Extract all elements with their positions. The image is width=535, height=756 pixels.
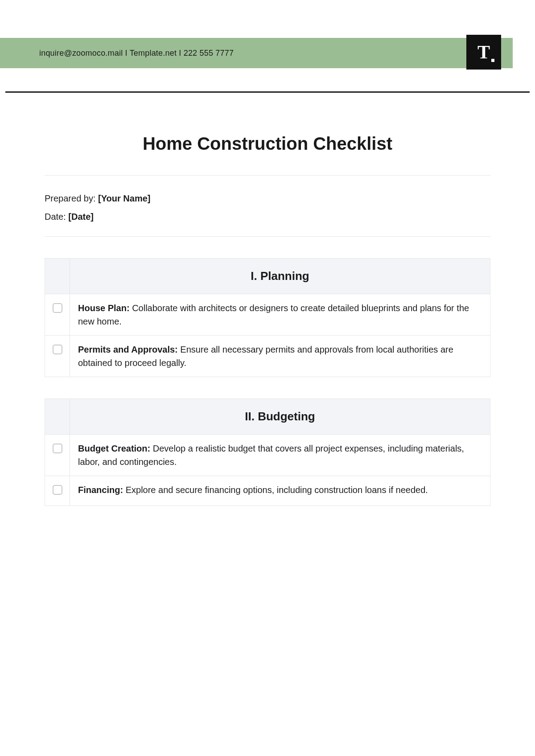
checklist-item: Financing: Explore and secure financing …	[70, 476, 490, 506]
header-bar: inquire@zoomoco.mail I Template.net I 22…	[0, 38, 513, 68]
date-label: Date:	[45, 212, 68, 222]
section-budgeting: II. Budgeting Budget Creation: Develop a…	[45, 399, 490, 506]
date-value[interactable]: [Date]	[68, 212, 94, 222]
checklist-item: Budget Creation: Develop a realistic bud…	[70, 435, 490, 476]
document-title: Home Construction Checklist	[45, 134, 490, 154]
prepared-by-value[interactable]: [Your Name]	[98, 193, 150, 203]
checklist-item: House Plan: Collaborate with architects …	[70, 294, 490, 336]
divider	[45, 236, 490, 237]
checklist-item: Permits and Approvals: Ensure all necess…	[70, 336, 490, 377]
section-heading: II. Budgeting	[70, 399, 490, 435]
section-heading: I. Planning	[70, 259, 490, 294]
checklist-row: House Plan: Collaborate with architects …	[45, 294, 490, 336]
item-label: Permits and Approvals:	[78, 345, 178, 354]
document-content: Home Construction Checklist Prepared by:…	[45, 134, 490, 506]
prepared-by-label: Prepared by:	[45, 193, 98, 203]
top-horizontal-rule	[5, 91, 530, 93]
checkbox-column-head	[45, 399, 70, 435]
prepared-by-line: Prepared by: [Your Name]	[45, 193, 490, 204]
item-label: Financing:	[78, 485, 123, 495]
date-line: Date: [Date]	[45, 212, 490, 222]
checklist-row: Financing: Explore and secure financing …	[45, 476, 490, 506]
item-text: Collaborate with architects or designers…	[78, 303, 469, 326]
checkbox-icon[interactable]	[53, 485, 62, 495]
item-label: House Plan:	[78, 303, 130, 313]
checkbox-icon[interactable]	[53, 444, 62, 453]
item-label: Budget Creation:	[78, 444, 150, 453]
header-contact: inquire@zoomoco.mail I Template.net I 22…	[39, 49, 234, 58]
logo-dot-icon	[491, 59, 494, 62]
brand-logo: T	[466, 35, 501, 70]
checkbox-icon[interactable]	[53, 303, 62, 313]
checkbox-column-head	[45, 259, 70, 294]
checkbox-icon[interactable]	[53, 345, 62, 354]
checklist-row: Budget Creation: Develop a realistic bud…	[45, 435, 490, 476]
meta-block: Prepared by: [Your Name] Date: [Date]	[45, 193, 490, 222]
divider	[45, 175, 490, 176]
checklist-row: Permits and Approvals: Ensure all necess…	[45, 336, 490, 377]
logo-letter: T	[477, 43, 490, 62]
section-planning: I. Planning House Plan: Collaborate with…	[45, 258, 490, 377]
item-text: Explore and secure financing options, in…	[123, 485, 428, 495]
